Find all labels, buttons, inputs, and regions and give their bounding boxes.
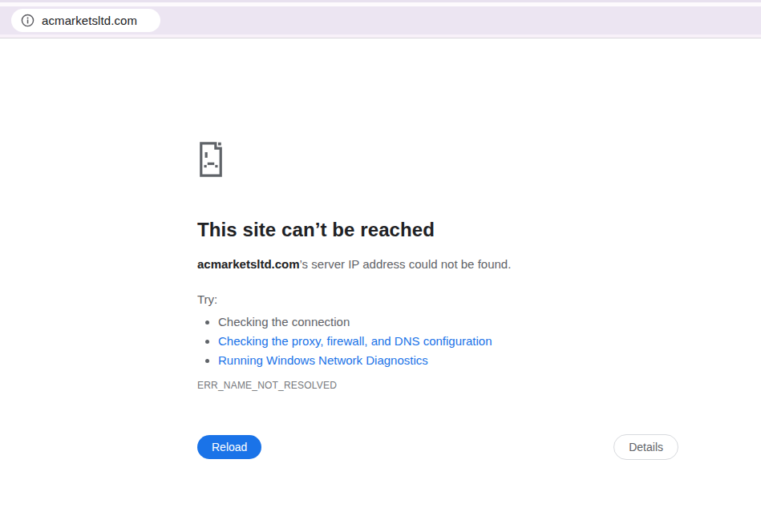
error-domain: acmarketsltd.com — [197, 257, 300, 271]
address-bar[interactable]: acmarketsltd.com — [11, 9, 160, 32]
reload-button[interactable]: Reload — [197, 435, 261, 459]
try-label: Try: — [197, 292, 678, 308]
error-message-rest: ’s server IP address could not be found. — [300, 257, 512, 271]
error-title: This site can’t be reached — [197, 219, 678, 241]
suggestion-item-proxy: Checking the proxy, firewall, and DNS co… — [218, 332, 678, 351]
error-code: ERR_NAME_NOT_RESOLVED — [197, 380, 678, 391]
info-icon[interactable] — [21, 14, 34, 27]
suggestion-item-connection: Checking the connection — [218, 312, 678, 332]
error-page: This site can’t be reached acmarketsltd.… — [197, 38, 678, 460]
suggestions-list: Checking the connection Checking the pro… — [197, 312, 678, 370]
suggestion-item-diagnostics: Running Windows Network Diagnostics — [218, 351, 678, 370]
suggestion-link-network-diagnostics[interactable]: Running Windows Network Diagnostics — [218, 353, 428, 367]
address-toolbar: acmarketsltd.com — [0, 6, 761, 34]
url-text: acmarketsltd.com — [42, 14, 137, 27]
details-button[interactable]: Details — [613, 434, 678, 460]
sad-page-icon — [197, 141, 225, 178]
action-buttons-row: Reload Details — [197, 434, 678, 460]
error-message: acmarketsltd.com’s server IP address cou… — [197, 256, 678, 272]
browser-toolbar: acmarketsltd.com — [0, 0, 761, 38]
suggestion-link-proxy-dns[interactable]: Checking the proxy, firewall, and DNS co… — [218, 334, 492, 348]
